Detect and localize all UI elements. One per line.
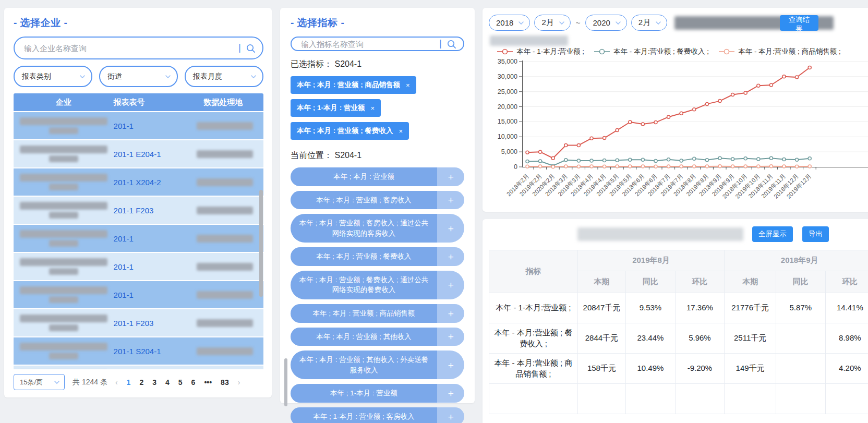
month-group-header: 2018年9月: [725, 250, 868, 271]
redacted-location: [186, 178, 263, 186]
pager-next[interactable]: ›: [238, 378, 240, 386]
add-indicator-icon[interactable]: ＋: [437, 407, 464, 423]
indicator-option-button[interactable]: 本年 ; 1-本月 : 营业额 ; 客房收入＋: [291, 407, 464, 423]
filter-select[interactable]: 街道: [99, 66, 178, 87]
selected-indicator-tag[interactable]: 本年 ; 本月 : 营业额 ; 商品销售额×: [291, 76, 416, 94]
pager-page[interactable]: 5: [178, 378, 183, 386]
indicator-option-button[interactable]: 本年 ; 本月 : 营业额 ; 客房收入 ; 通过公共网络实现的客房收入＋: [291, 214, 464, 243]
page-size-select[interactable]: 15条/页: [14, 374, 65, 390]
table-row[interactable]: 201-1: [14, 225, 263, 252]
redacted-text-bar: [197, 150, 253, 158]
pager-page[interactable]: 2: [139, 378, 143, 386]
current-position-code: S204-1: [334, 151, 361, 160]
add-indicator-icon[interactable]: ＋: [437, 384, 464, 403]
legend-item[interactable]: 本年 - 1-本月:营业额 ;: [497, 47, 584, 56]
enterprise-panel-title: - 选择企业 -: [14, 16, 263, 30]
add-indicator-icon[interactable]: ＋: [437, 167, 464, 186]
export-button[interactable]: 导出: [802, 226, 829, 242]
end-year-select[interactable]: 2020: [585, 15, 626, 31]
indicator-option-button[interactable]: 本年 ; 本月 : 营业额 ; 餐费收入＋: [291, 247, 464, 266]
remove-tag-icon[interactable]: ×: [399, 127, 403, 135]
add-indicator-icon[interactable]: ＋: [437, 214, 464, 243]
filter-select[interactable]: 报表月度: [185, 66, 263, 87]
report-number: 201-1 F203: [114, 206, 186, 215]
add-indicator-icon[interactable]: ＋: [437, 351, 464, 379]
tag-label: 本年 ; 本月 : 营业额 ; 商品销售额: [297, 80, 400, 90]
redacted-text-bar: [197, 347, 253, 355]
pager-page[interactable]: 3: [152, 378, 156, 386]
table-row[interactable]: 201-1 F203: [14, 197, 263, 224]
indicator-option-button[interactable]: 本年 ; 本月 : 营业额 ; 客房收入＋: [291, 191, 464, 210]
table-row[interactable]: 201-1: [14, 281, 263, 308]
redacted-company-name: [14, 117, 114, 134]
table-row[interactable]: 201-1 S204-1: [14, 366, 263, 369]
table-row[interactable]: 201-1 F203: [14, 309, 263, 336]
table-row[interactable]: 201-1 X204-2: [14, 168, 263, 196]
indicator-name-cell: 本年 - 本月:营业额 ; 商品销售额 ;: [489, 354, 578, 384]
indicator-scrollbar[interactable]: [284, 358, 287, 406]
pager-page[interactable]: 6: [191, 378, 196, 386]
pager-page[interactable]: 83: [221, 378, 229, 386]
redacted-text-bar: [20, 202, 107, 210]
selected-indicator-tag[interactable]: 本年 ; 本月 : 营业额 ; 餐费收入×: [291, 122, 409, 140]
indicator-list: 本年 ; 本月 : 营业额＋本年 ; 本月 : 营业额 ; 客房收入＋本年 ; …: [291, 167, 464, 423]
indicator-option-button[interactable]: 本年 ; 本月 : 营业额 ; 其他收入 ; 外卖送餐服务收入＋: [291, 351, 464, 379]
indicator-option-button[interactable]: 本年 ; 本月 : 营业额 ; 其他收入＋: [291, 328, 464, 346]
selected-indicators-code: S204-1: [334, 59, 361, 68]
table-row[interactable]: 201-1 S204-1: [14, 337, 263, 365]
legend-item[interactable]: 本年 - 本月:营业额 ; 商品销售额 ;: [718, 47, 841, 56]
indicator-option-button[interactable]: 本年 ; 本月 : 营业额＋: [291, 167, 464, 186]
indicator-option-button[interactable]: 本年 ; 本月 : 营业额 ; 商品销售额＋: [291, 304, 464, 323]
search-icon[interactable]: [447, 39, 456, 49]
svg-text:5,000: 5,000: [501, 148, 517, 155]
indicator-option-label: 本年 ; 本月 : 营业额 ; 客房收入: [291, 191, 437, 210]
selected-indicator-tag[interactable]: 本年 ; 1-本月 : 营业额×: [291, 99, 381, 117]
add-indicator-icon[interactable]: ＋: [437, 271, 464, 299]
redacted-company-name: [14, 315, 114, 331]
filter-select[interactable]: 报表类别: [14, 66, 92, 87]
indicator-option-button[interactable]: 本年 ; 1-本月 : 营业额＋: [291, 384, 464, 403]
start-month-select[interactable]: 2月: [534, 15, 570, 31]
indicator-option-label: 本年 ; 本月 : 营业额: [291, 167, 437, 186]
legend-item[interactable]: 本年 - 本月:营业额 ; 餐费收入 ;: [594, 47, 709, 56]
metric-sub-header: 同比: [776, 271, 826, 293]
pager-page[interactable]: 1: [127, 378, 131, 386]
indicator-search-input[interactable]: [300, 39, 436, 49]
table-row: 本年 - 本月:营业额 ; 商品销售额 ;158千元10.49%-9.20%14…: [489, 354, 868, 384]
enterprise-search-input[interactable]: [23, 43, 235, 53]
redacted-text-bar: [20, 117, 107, 125]
search-icon[interactable]: [246, 43, 256, 53]
enterprise-search[interactable]: |: [14, 37, 263, 59]
col-header-indicator: 指标: [489, 250, 578, 293]
remove-tag-icon[interactable]: ×: [406, 81, 410, 89]
add-indicator-icon[interactable]: ＋: [437, 191, 464, 210]
indicator-option-label: 本年 ; 本月 : 营业额 ; 客房收入 ; 通过公共网络实现的客房收入: [291, 214, 437, 243]
fullscreen-button[interactable]: 全屏显示: [752, 226, 793, 242]
metric-sub-header: 同比: [626, 271, 676, 293]
add-indicator-icon[interactable]: ＋: [437, 247, 464, 266]
redacted-text-bar: [20, 286, 107, 294]
pager-prev[interactable]: ‹: [115, 378, 118, 386]
indicator-option-button[interactable]: 本年 ; 本月 : 营业额 ; 餐费收入 ; 通过公共网络实现的餐费收入＋: [291, 271, 464, 299]
query-result-button[interactable]: 查询结果: [780, 15, 818, 31]
redacted-company-name: [14, 258, 114, 275]
pager-ellipsis[interactable]: •••: [204, 378, 212, 386]
indicator-option-label: 本年 ; 本月 : 营业额 ; 其他收入: [291, 328, 437, 346]
start-year-select[interactable]: 2018: [489, 15, 530, 31]
table-row[interactable]: 201-1: [14, 253, 263, 280]
end-month-select[interactable]: 2月: [631, 15, 667, 31]
table-row[interactable]: 201-1 E204-1: [14, 140, 263, 167]
remove-tag-icon[interactable]: ×: [371, 104, 375, 112]
value-cell: 2844千元: [577, 323, 625, 354]
redacted-text-bar: [20, 230, 107, 238]
add-indicator-icon[interactable]: ＋: [437, 304, 464, 323]
indicator-search[interactable]: |: [291, 37, 464, 51]
pager-page[interactable]: 4: [165, 378, 170, 386]
result-toolbar: 全屏显示 导出: [489, 225, 868, 243]
add-indicator-icon[interactable]: ＋: [437, 328, 464, 346]
value-cell: 21776千元: [725, 293, 776, 323]
end-year-value: 2020: [593, 18, 610, 27]
table-scrollbar[interactable]: [259, 190, 263, 297]
table-row[interactable]: 201-1: [14, 112, 263, 139]
tag-label: 本年 ; 1-本月 : 营业额: [297, 103, 365, 113]
